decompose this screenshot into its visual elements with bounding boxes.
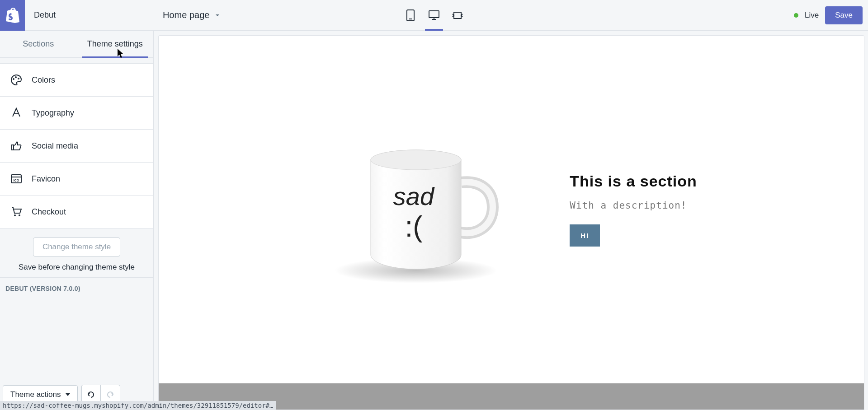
svg-point-12	[371, 150, 461, 170]
settings-item-label: Checkout	[32, 207, 66, 217]
svg-point-9	[14, 214, 16, 216]
product-image: sad :(	[326, 128, 515, 291]
svg-rect-1	[409, 19, 412, 19]
desktop-view-button[interactable]	[425, 0, 443, 31]
settings-item-label: Social media	[32, 141, 78, 151]
live-status-label: Live	[805, 11, 819, 20]
svg-point-5	[15, 76, 17, 78]
caret-down-icon	[66, 393, 70, 396]
mobile-icon	[406, 9, 415, 21]
preview-content: sad :( This is a section With a descript…	[159, 36, 864, 383]
preview-frame: sad :( This is a section With a descript…	[158, 35, 864, 410]
mug-text-line2: :(	[405, 210, 423, 243]
cart-icon	[10, 205, 23, 218]
svg-rect-3	[454, 12, 461, 19]
svg-point-4	[13, 78, 14, 80]
svg-text:ICO: ICO	[14, 179, 19, 182]
sidebar: Sections Theme settings Colors Typograph…	[0, 31, 154, 410]
expand-icon	[452, 11, 463, 20]
typography-icon	[10, 107, 23, 119]
shopify-bag-icon	[6, 8, 19, 23]
settings-item-label: Colors	[32, 75, 55, 85]
chevron-down-icon	[214, 12, 221, 19]
section-heading: This is a section	[570, 172, 697, 190]
page-selector-label: Home page	[163, 10, 209, 20]
redo-icon	[106, 390, 115, 399]
status-bar-url: https://sad-coffee-mugs.myshopify.com/ad…	[0, 401, 276, 410]
settings-item-colors[interactable]: Colors	[0, 64, 153, 97]
tab-sections[interactable]: Sections	[0, 31, 77, 57]
sidebar-lower: Change theme style Save before changing …	[0, 228, 153, 278]
save-button[interactable]: Save	[825, 6, 863, 24]
mobile-view-button[interactable]	[401, 0, 420, 31]
theme-name: Debut	[25, 10, 56, 20]
settings-item-label: Favicon	[32, 174, 60, 184]
section-cta-button[interactable]: HI	[570, 224, 600, 247]
section-description: With a description!	[570, 200, 697, 211]
theme-actions-label: Theme actions	[10, 390, 61, 399]
svg-point-6	[18, 78, 19, 79]
save-before-hint: Save before changing theme style	[5, 263, 148, 272]
mug-text-line1: sad	[393, 182, 435, 210]
change-theme-style-button[interactable]: Change theme style	[33, 238, 120, 256]
topbar-right: Live Save	[794, 6, 868, 24]
page-selector[interactable]: Home page	[154, 10, 221, 20]
tab-theme-settings[interactable]: Theme settings	[77, 31, 154, 57]
live-status-dot	[794, 13, 798, 18]
theme-settings-list: Colors Typography Social media IC	[0, 63, 153, 228]
palette-icon	[10, 74, 23, 86]
settings-item-social-media[interactable]: Social media	[0, 130, 153, 163]
svg-rect-2	[429, 11, 439, 18]
fullscreen-view-button[interactable]	[448, 0, 467, 31]
topbar: Debut Home page Live Save	[0, 0, 868, 31]
shopify-logo[interactable]	[0, 0, 25, 31]
settings-item-favicon[interactable]: ICO Favicon	[0, 163, 153, 196]
topbar-left: Debut	[0, 0, 154, 31]
undo-icon	[86, 390, 95, 399]
device-toggle-group	[401, 0, 467, 30]
settings-item-checkout[interactable]: Checkout	[0, 196, 153, 228]
preview-area: sad :( This is a section With a descript…	[154, 31, 868, 410]
thumbs-up-icon	[10, 140, 23, 152]
sidebar-tabs: Sections Theme settings	[0, 31, 153, 58]
settings-item-label: Typography	[32, 108, 74, 118]
favicon-icon: ICO	[10, 172, 23, 185]
settings-item-typography[interactable]: Typography	[0, 97, 153, 130]
section-text: This is a section With a description! HI	[570, 172, 697, 247]
desktop-icon	[429, 10, 439, 20]
theme-version-label: DEBUT (VERSION 7.0.0)	[0, 278, 153, 292]
svg-point-10	[19, 214, 20, 216]
